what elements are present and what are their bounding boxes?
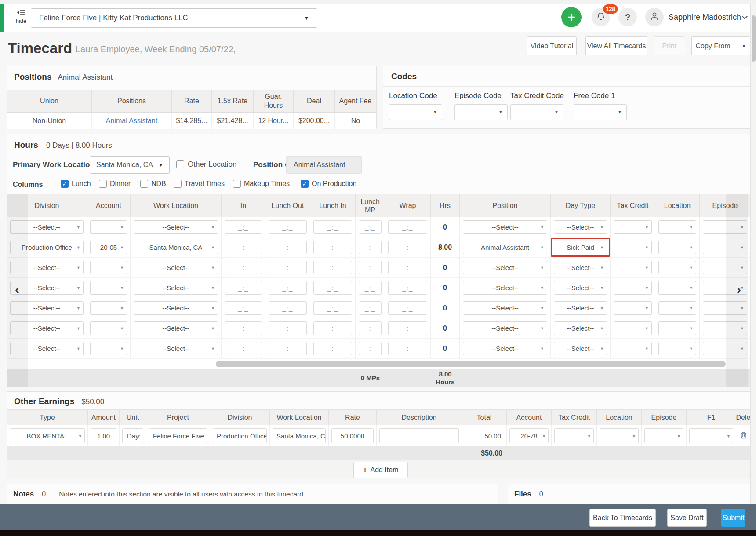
day-in-input[interactable]: _:_ <box>225 321 262 335</box>
day-lunch-in-input[interactable]: _:_ <box>313 281 352 295</box>
other-location-toggle[interactable]: Other Location <box>176 160 237 169</box>
day-wrap-input[interactable]: _:_ <box>388 281 427 295</box>
day-in-input[interactable]: _:_ <box>225 241 262 254</box>
scroll-right-chevron-icon[interactable]: › <box>737 283 741 296</box>
day-location-select[interactable]: ▼ <box>658 261 696 274</box>
oe-tax-credit-select[interactable]: ▼ <box>554 428 594 443</box>
day-tax-credit-select[interactable]: ▼ <box>614 261 652 274</box>
checkbox-unchecked[interactable] <box>176 160 184 168</box>
day-tax-credit-select[interactable]: ▼ <box>614 301 652 315</box>
day-lunch-out-input[interactable]: _:_ <box>269 281 307 295</box>
horizontal-scrollbar-track[interactable] <box>7 359 751 369</box>
day-account-select[interactable]: ▼ <box>90 321 127 335</box>
user-chevron-down-icon[interactable] <box>742 14 748 19</box>
day-work-location-select[interactable]: --Select--▼ <box>134 301 218 315</box>
day-lunch-mp-input[interactable]: _:_ <box>359 220 382 234</box>
day-tax-credit-select[interactable]: ▼ <box>614 342 652 355</box>
oe-episode-select[interactable]: ▼ <box>644 428 683 443</box>
day-tax-credit-select[interactable]: ▼ <box>614 241 652 254</box>
oe-account-select[interactable]: 20-78▼ <box>509 428 549 443</box>
day-lunch-mp-input[interactable]: _:_ <box>359 241 382 254</box>
day-lunch-out-input[interactable]: _:_ <box>269 261 307 274</box>
day-account-select[interactable]: ▼ <box>90 261 127 274</box>
day-wrap-input[interactable]: _:_ <box>388 321 427 335</box>
day-work-location-select[interactable]: --Select--▼ <box>134 220 218 234</box>
oe-project-input[interactable]: Feline Force Five <box>149 428 207 443</box>
day-lunch-mp-input[interactable]: _:_ <box>359 261 382 274</box>
day-location-select[interactable]: ▼ <box>658 281 696 295</box>
scroll-left-chevron-icon[interactable]: ‹ <box>15 283 19 296</box>
day-day-type-select[interactable]: --Select--▼ <box>554 281 607 295</box>
day-day-type-select[interactable]: --Select--▼ <box>554 261 607 274</box>
day-work-location-select[interactable]: --Select--▼ <box>134 261 218 274</box>
free-code-1-select[interactable]: ▼ <box>574 104 627 120</box>
oe-location-select[interactable]: ▼ <box>600 428 639 443</box>
day-tax-credit-select[interactable]: ▼ <box>614 281 652 295</box>
checkbox-unchecked[interactable] <box>99 180 107 188</box>
vertical-scrollbar-track[interactable] <box>750 4 756 504</box>
tax-credit-code-select[interactable]: ▼ <box>510 104 563 120</box>
project-selector[interactable]: Feline Force Five | Kitty Kat Production… <box>31 8 317 28</box>
column-toggle-lunch[interactable]: ✓Lunch <box>61 180 91 188</box>
save-draft-button[interactable]: Save Draft <box>667 509 707 527</box>
day-lunch-mp-input[interactable]: _:_ <box>359 342 382 355</box>
day-lunch-mp-input[interactable]: _:_ <box>359 281 382 295</box>
episode-code-select[interactable]: ▼ <box>454 104 508 120</box>
print-button[interactable]: Print <box>654 36 685 55</box>
day-day-type-select[interactable]: --Select--▼ <box>554 220 607 234</box>
column-toggle-travel-times[interactable]: Travel Times <box>174 180 225 188</box>
day-lunch-out-input[interactable]: _:_ <box>269 301 307 315</box>
day-lunch-in-input[interactable]: _:_ <box>313 241 352 254</box>
day-account-select[interactable]: ▼ <box>90 220 127 234</box>
day-lunch-in-input[interactable]: _:_ <box>313 220 352 234</box>
help-button[interactable]: ? <box>618 8 637 26</box>
day-lunch-mp-input[interactable]: _:_ <box>359 301 382 315</box>
day-work-location-select[interactable]: --Select--▼ <box>134 342 218 355</box>
day-in-input[interactable]: _:_ <box>225 301 262 315</box>
checkbox-checked[interactable]: ✓ <box>301 180 309 188</box>
day-location-select[interactable]: ▼ <box>658 241 696 254</box>
location-code-select[interactable]: ▼ <box>389 104 442 120</box>
column-toggle-makeup-times[interactable]: Makeup Times <box>233 180 290 188</box>
day-lunch-out-input[interactable]: _:_ <box>269 241 307 254</box>
delete-row-icon[interactable] <box>740 431 747 441</box>
day-wrap-input[interactable]: _:_ <box>388 220 427 234</box>
day-lunch-in-input[interactable]: _:_ <box>313 301 352 315</box>
day-account-select[interactable]: ▼ <box>90 301 127 315</box>
user-menu[interactable]: Sapphire Madostrich <box>669 13 741 22</box>
vertical-scrollbar-thumb[interactable] <box>752 15 756 62</box>
day-lunch-in-input[interactable]: _:_ <box>313 321 352 335</box>
hide-sidebar-button[interactable]: hide <box>11 9 31 24</box>
day-wrap-input[interactable]: _:_ <box>388 342 427 355</box>
day-position-select[interactable]: --Select--▼ <box>463 261 547 274</box>
day-location-select[interactable]: ▼ <box>658 301 696 315</box>
day-tax-credit-select[interactable]: ▼ <box>614 321 652 335</box>
add-item-button[interactable]: + Add Item <box>353 462 408 478</box>
day-in-input[interactable]: _:_ <box>225 220 262 234</box>
day-in-input[interactable]: _:_ <box>225 342 262 355</box>
day-position-select[interactable]: --Select--▼ <box>463 281 547 295</box>
day-wrap-input[interactable]: _:_ <box>388 301 427 315</box>
position-link[interactable]: Animal Assistant <box>92 113 172 129</box>
oe-work-location-input[interactable]: Santa Monica, CA <box>273 428 326 443</box>
avatar[interactable] <box>645 8 664 26</box>
oe-unit-select[interactable]: Days▼ <box>122 428 143 443</box>
day-work-location-select[interactable]: --Select--▼ <box>134 321 218 335</box>
oe-rate-input[interactable]: 50.0000 <box>331 428 374 443</box>
day-account-select[interactable]: ▼ <box>90 342 127 355</box>
horizontal-scrollbar-thumb[interactable] <box>216 361 726 367</box>
video-tutorial-button[interactable]: Video Tutorial <box>527 36 577 55</box>
day-lunch-in-input[interactable]: _:_ <box>313 342 352 355</box>
oe-f1-select[interactable]: ▼ <box>689 428 733 443</box>
day-work-location-select[interactable]: Santa Monica, CA▼ <box>134 241 218 254</box>
checkbox-checked[interactable]: ✓ <box>61 180 69 188</box>
day-day-type-select[interactable]: --Select--▼ <box>554 342 607 355</box>
view-all-timecards-button[interactable]: View All Timecards <box>585 36 647 55</box>
oe-division-input[interactable]: Production Office <box>213 428 267 443</box>
add-button[interactable]: + <box>561 7 582 27</box>
day-lunch-out-input[interactable]: _:_ <box>269 220 307 234</box>
day-day-type-select[interactable]: --Select--▼ <box>554 321 607 335</box>
submit-button[interactable]: Submit <box>721 509 745 527</box>
oe-amount-input[interactable]: 1.00 <box>91 428 116 443</box>
day-account-select[interactable]: ▼ <box>90 281 127 295</box>
